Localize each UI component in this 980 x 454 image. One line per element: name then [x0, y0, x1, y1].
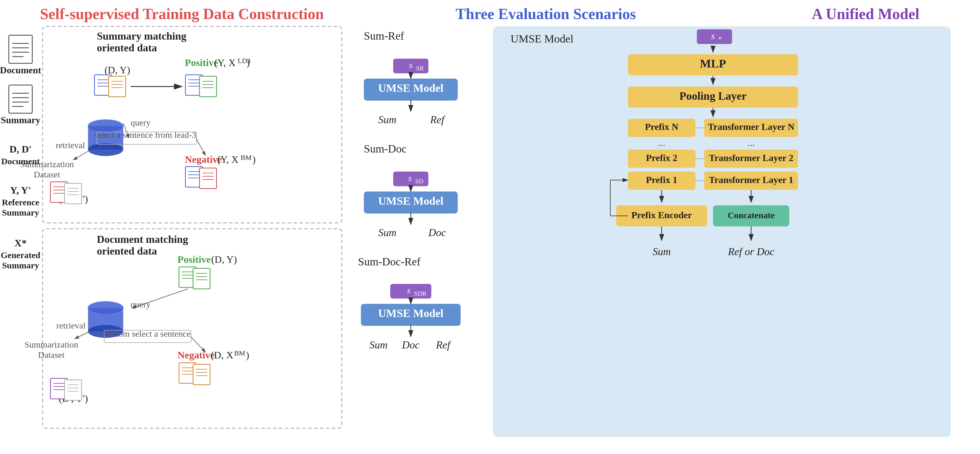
positive-label-lower: Positive: [178, 254, 211, 265]
umse-sum-doc-ref: UMSE Model: [378, 307, 444, 319]
summ-dataset-upper: Summarization: [20, 159, 74, 169]
upper-section-label: Summary matching: [97, 30, 186, 42]
doc-label-sdr: Doc: [402, 339, 420, 351]
umse-model-title: UMSE Model: [511, 33, 573, 45]
legend-gen-summary2: Summary: [2, 260, 39, 270]
svg-rect-57: [193, 268, 210, 289]
lower-section-label2: oriented data: [97, 245, 157, 257]
summ-dataset-lower: Summarization: [24, 340, 78, 349]
neg-rparen-lower: ): [246, 349, 249, 361]
negative-superscript-upper: BM: [240, 154, 251, 161]
score-sdr-sub: SDR: [414, 290, 426, 297]
main-diagram: Self-supervised Training Data Constructi…: [0, 0, 980, 454]
title-left: Self-supervised Training Data Constructi…: [40, 6, 324, 22]
doc-label-sd: Doc: [428, 227, 446, 238]
sum-label-sd: Sum: [378, 227, 396, 238]
svg-line-35: [196, 138, 205, 156]
summ-dataset-upper2: Dataset: [34, 170, 60, 179]
concatenate-box: Concatenate: [728, 210, 775, 220]
negative-pair-upper: (Y, X: [217, 154, 239, 165]
transformer-1: Transformer Layer 1: [709, 175, 793, 185]
svg-rect-81: [193, 364, 210, 385]
svg-rect-24: [199, 76, 216, 97]
legend-dd: D, D': [10, 144, 32, 154]
positive-rparen: ): [247, 57, 250, 68]
query-upper: query: [130, 117, 151, 127]
legend-ref-summary2: Summary: [2, 208, 39, 217]
sum-ref-label: Sum-Ref: [364, 30, 404, 42]
sum-label-sdr: Sum: [369, 339, 388, 351]
umse-sum-doc: UMSE Model: [378, 195, 444, 207]
score-sd-sub: SD: [415, 178, 423, 185]
negative-pair-lower: (D, X: [211, 349, 233, 361]
mlp-box: MLP: [700, 57, 726, 70]
svg-rect-48: [199, 168, 216, 189]
prefix-dots: ...: [658, 137, 665, 148]
legend-gen-summary: Generated: [1, 250, 40, 260]
svg-rect-15: [108, 76, 126, 97]
positive-label-upper: Positive: [185, 57, 218, 68]
input-ref-doc: Ref or Doc: [728, 246, 774, 257]
legend-xstar: X*: [14, 238, 27, 248]
positive-pair-lower: (D, Y): [211, 254, 237, 265]
score-star-sub: *: [718, 35, 722, 43]
negative-label-lower: Negative: [178, 349, 215, 360]
svg-line-33: [73, 149, 91, 160]
title-middle: Three Evaluation Scenarios: [456, 6, 636, 22]
sum-doc-label: Sum-Doc: [364, 143, 407, 155]
retrieval-upper: retrieval: [56, 140, 85, 150]
legend-yy: Y, Y': [10, 185, 31, 195]
legend-document: Document: [0, 65, 41, 75]
retrieval-lower: retrieval: [56, 321, 86, 330]
upper-input-pair: (D, Y): [105, 65, 130, 76]
svg-rect-0: [9, 35, 32, 63]
svg-rect-73: [65, 380, 81, 400]
umse-sum-ref: UMSE Model: [378, 82, 444, 94]
svg-rect-40: [65, 183, 81, 204]
input-sum: Sum: [652, 246, 671, 257]
ref-label-sdr: Ref: [436, 339, 452, 351]
score-sr: s: [409, 60, 412, 70]
prefix-2: Prefix 2: [646, 152, 678, 163]
prefix-encoder: Prefix Encoder: [632, 210, 692, 220]
upper-section-label2: oriented data: [97, 42, 157, 54]
title-right: A Unified Model: [812, 6, 920, 22]
legend-ref-summary: Reference: [2, 197, 39, 207]
score-sd: s: [408, 173, 412, 183]
select-sentence-upper: select a sentence from lead-3: [94, 130, 196, 140]
prefix-1: Prefix 1: [646, 175, 678, 185]
sum-doc-ref-label: Sum-Doc-Ref: [358, 256, 421, 268]
sum-label-sr: Sum: [378, 114, 396, 125]
negative-label-upper: Negative: [185, 154, 222, 165]
lower-section-label: Document matching: [97, 233, 188, 245]
svg-line-66: [75, 331, 91, 339]
transformer-n: Transformer Layer N: [708, 121, 794, 132]
svg-point-30: [88, 143, 123, 156]
transformer-dots: ...: [747, 137, 755, 148]
score-star: s: [711, 30, 715, 41]
transformer-2: Transformer Layer 2: [709, 152, 793, 163]
positive-pair-upper: (Y, X: [214, 57, 235, 68]
summ-dataset-lower2: Dataset: [38, 350, 65, 360]
svg-rect-5: [9, 85, 32, 113]
pooling-box: Pooling Layer: [679, 90, 746, 102]
ref-label-sr: Ref: [430, 114, 446, 125]
score-sdr: s: [407, 285, 410, 295]
neg-rparen-upper: ): [252, 154, 256, 165]
legend-summary: Summary: [1, 115, 40, 125]
negative-superscript-lower: BM: [234, 349, 245, 357]
svg-line-65: [132, 289, 188, 308]
prefix-n: Prefix N: [645, 121, 678, 132]
score-sr-sub: SR: [416, 65, 424, 72]
